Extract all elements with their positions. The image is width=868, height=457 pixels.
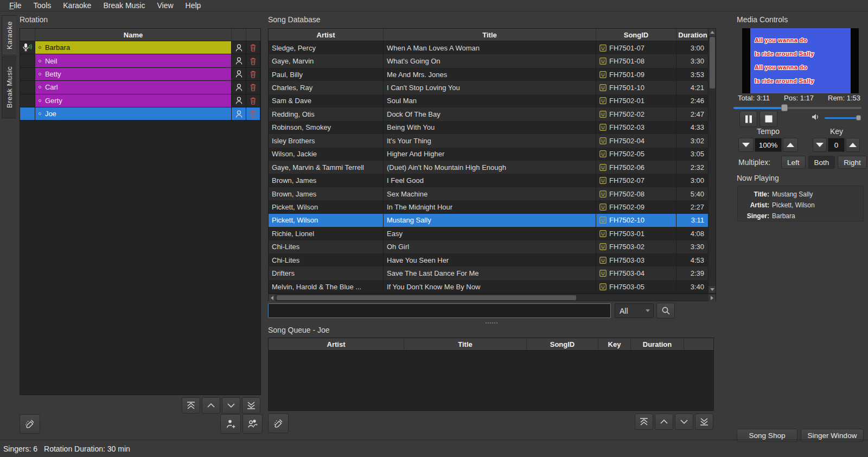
queue-move-bottom-button[interactable]: [695, 414, 713, 430]
song-row[interactable]: Brown, JamesI Feel GoodFH7502-073:00: [269, 174, 709, 187]
rotation-move-top-button[interactable]: [182, 397, 200, 414]
tempo-up-button[interactable]: [783, 138, 798, 152]
singer-delete-button[interactable]: [246, 41, 260, 54]
add-singer-icon: [225, 419, 236, 429]
queue-column-duration[interactable]: Duration: [631, 338, 684, 350]
regular-singers-button[interactable]: [242, 414, 263, 434]
songdb-vertical-scrollbar[interactable]: [708, 29, 716, 293]
song-row[interactable]: DriftersSave The Last Dance For MeFH7503…: [269, 266, 709, 280]
singer-regular-button[interactable]: [232, 68, 246, 81]
queue-move-top-button[interactable]: [635, 414, 653, 430]
song-row[interactable]: Pickett, WilsonIn The Midnight HourFH750…: [269, 200, 709, 213]
singer-person-icon: [235, 83, 243, 92]
pause-button[interactable]: [739, 111, 757, 127]
singer-delete-button[interactable]: [246, 94, 260, 107]
songdb-horizontal-scrollbar[interactable]: [268, 294, 716, 301]
clear-queue-button[interactable]: [268, 414, 289, 433]
rotation-move-down-button[interactable]: [222, 397, 240, 414]
song-row[interactable]: Melvin, Harold & The Blue ...If You Don'…: [269, 280, 709, 293]
stop-button[interactable]: [760, 111, 777, 127]
tempo-down-button[interactable]: [738, 138, 754, 152]
song-row[interactable]: Sam & DaveSoul ManFH7502-012:46: [269, 94, 709, 107]
column-artist[interactable]: Artist: [269, 29, 384, 41]
key-down-button[interactable]: [813, 138, 827, 152]
volume-slider[interactable]: [825, 115, 860, 120]
menu-item-view[interactable]: View: [151, 0, 179, 11]
tab-karaoke[interactable]: Karaoke: [2, 15, 16, 55]
search-filter-combo[interactable]: All: [615, 303, 654, 318]
song-row[interactable]: Brown, JamesSex MachineFH7502-085:40: [269, 187, 709, 200]
column-songid[interactable]: SongID: [596, 29, 676, 41]
song-artist: Isley Brothers: [269, 134, 384, 147]
search-button[interactable]: [656, 303, 675, 319]
song-row[interactable]: Robinson, SmokeyBeing With YouFH7502-034…: [269, 121, 709, 134]
rotation-row[interactable]: Barbara: [20, 41, 260, 54]
song-row[interactable]: Chi-LitesOh GirlFH7503-023:30: [269, 240, 709, 253]
menu-item-help[interactable]: Help: [180, 0, 207, 11]
singer-delete-button[interactable]: [246, 68, 260, 81]
menu-item-break-music[interactable]: Break Music: [97, 0, 151, 11]
song-title: I Can't Stop Loving You: [384, 81, 596, 94]
queue-column-key[interactable]: Key: [598, 338, 631, 350]
song-row[interactable]: Richie, LionelEasyFH7503-014:08: [269, 227, 709, 240]
scroll-thumb[interactable]: [710, 37, 715, 88]
cdg-zip-icon: [599, 217, 607, 224]
scroll-left-button[interactable]: [269, 294, 276, 301]
scroll-right-button[interactable]: [709, 294, 716, 301]
song-row[interactable]: Wilson, JackieHigher And HigherFH7502-05…: [269, 148, 709, 161]
scroll-thumb[interactable]: [277, 295, 576, 300]
search-input[interactable]: [268, 303, 611, 318]
song-row[interactable]: Gaye, Marvin & Tammi Terrell(Duet) Ain't…: [269, 161, 709, 174]
queue-column-artist[interactable]: Artist: [269, 338, 404, 350]
queue-column-title[interactable]: Title: [404, 338, 527, 350]
song-row[interactable]: Charles, RayI Can't Stop Loving YouFH750…: [269, 81, 709, 94]
queue-column-songid[interactable]: SongID: [527, 338, 598, 350]
queue-move-up-button[interactable]: [655, 414, 673, 430]
rotation-move-bottom-button[interactable]: [242, 397, 260, 414]
menu-item-karaoke[interactable]: Karaoke: [57, 0, 97, 11]
singer-delete-button[interactable]: [246, 81, 260, 94]
tab-break-music[interactable]: Break Music: [2, 56, 16, 118]
singer-regular-button[interactable]: [232, 94, 246, 107]
rotation-row[interactable]: Betty: [20, 68, 260, 81]
key-up-button[interactable]: [846, 138, 860, 152]
multiplex-right-button[interactable]: Right: [838, 156, 867, 169]
song-row[interactable]: Gaye, MarvinWhat's Going OnFH7501-083:30: [269, 54, 709, 67]
singer-regular-button[interactable]: [232, 107, 246, 120]
rotation-row[interactable]: Joe: [20, 107, 260, 120]
song-row[interactable]: Chi-LitesHave You Seen HerFH7503-034:53: [269, 253, 709, 266]
scroll-up-button[interactable]: [709, 29, 716, 36]
rotation-move-up-button[interactable]: [202, 397, 220, 414]
singer-regular-button[interactable]: [232, 81, 246, 94]
song-database-table: Artist Title SongID Duration Sledge, Per…: [268, 28, 716, 294]
clear-rotation-button[interactable]: [20, 414, 40, 434]
multiplex-both-button[interactable]: Both: [808, 156, 835, 169]
menu-item-tools[interactable]: Tools: [28, 0, 58, 11]
cdg-zip-icon: [599, 150, 607, 157]
song-row[interactable]: Paul, BillyMe And Mrs. JonesFH7501-093:5…: [269, 68, 709, 81]
queue-move-down-button[interactable]: [675, 414, 693, 430]
column-duration[interactable]: Duration: [676, 29, 709, 41]
column-title[interactable]: Title: [384, 29, 596, 41]
song-row[interactable]: Sledge, PercyWhen A Man Loves A WomanFH7…: [269, 41, 709, 54]
rotation-row[interactable]: Gerty: [20, 94, 260, 107]
song-row[interactable]: Pickett, WilsonMustang SallyFH7502-103:1…: [269, 214, 709, 227]
song-id: FH7503-04: [596, 266, 676, 280]
singer-delete-button[interactable]: [246, 107, 260, 120]
volume-handle[interactable]: [856, 115, 861, 120]
scroll-down-button[interactable]: [709, 286, 716, 293]
now-playing-title: Now Playing: [737, 174, 779, 182]
song-row[interactable]: Isley BrothersIt's Your ThingFH7502-043:…: [269, 134, 709, 147]
multiplex-left-button[interactable]: Left: [781, 156, 806, 169]
song-row[interactable]: Redding, OtisDock Of The BayFH7502-022:4…: [269, 107, 709, 120]
singer-regular-button[interactable]: [232, 54, 246, 67]
splitter-handle[interactable]: [483, 321, 500, 324]
add-singer-button[interactable]: [220, 414, 241, 434]
rotation-body: BarbaraNeilBettyCarlGertyJoe: [20, 41, 260, 120]
singer-delete-button[interactable]: [246, 54, 260, 67]
singer-regular-button[interactable]: [232, 41, 246, 54]
rotation-row[interactable]: Carl: [20, 81, 260, 94]
menu-item-file[interactable]: File: [3, 0, 28, 11]
rotation-row[interactable]: Neil: [20, 54, 260, 67]
position-handle[interactable]: [781, 104, 788, 111]
